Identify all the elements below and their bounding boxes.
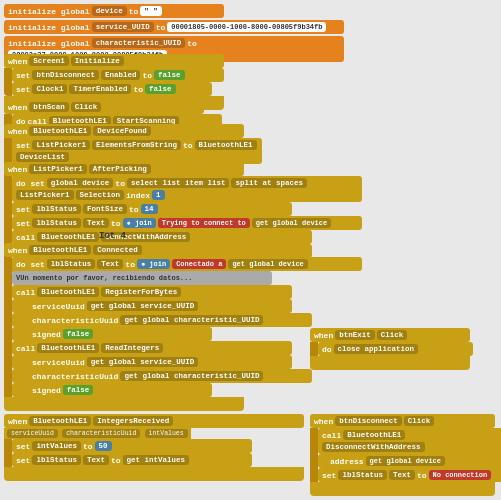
iot-label: Iot 4 [99, 231, 126, 241]
